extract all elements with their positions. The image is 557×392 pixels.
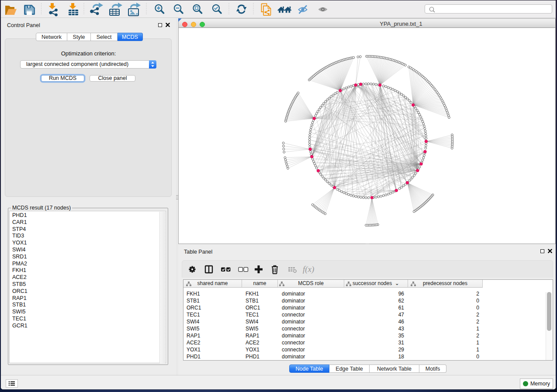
svg-text:f(x): f(x)	[303, 265, 314, 274]
